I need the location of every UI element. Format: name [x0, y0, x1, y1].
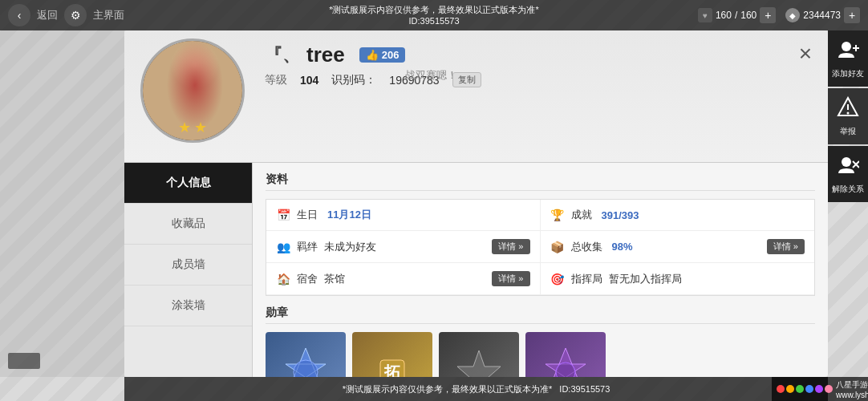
- collection-detail-btn[interactable]: 详情 »: [767, 239, 805, 254]
- achievement-cell: 🏆 成就 391/393: [541, 200, 815, 231]
- command-cell: 🎯 指挥局 暂无加入指挥局: [541, 263, 815, 295]
- top-notice: *测试服展示内容仅供参考，最终效果以正式版本为准* ID:39515573: [329, 4, 539, 27]
- add-friend-btn[interactable]: 添加好友: [828, 30, 868, 87]
- svg-point-13: [842, 157, 851, 167]
- birthday-cell: 📅 生日 11月12日: [266, 200, 541, 231]
- dorm-detail-btn[interactable]: 详情 »: [492, 271, 529, 286]
- birthday-label: 生日: [297, 208, 318, 222]
- watermark-url: www.lyshbx.com: [836, 391, 868, 399]
- top-id: ID:39515573: [329, 15, 539, 26]
- hp-current: 160: [716, 10, 732, 21]
- name-area: 『、 tree 👍 206 等级 104 识别码： 19690783 复制 战双…: [265, 43, 732, 94]
- player-name: tree: [306, 43, 345, 67]
- close-button[interactable]: ×: [799, 43, 812, 65]
- collection-icon: 📦: [550, 240, 565, 254]
- achievement-label: 成就: [571, 208, 592, 222]
- avatar-stars: ★ ★: [178, 119, 207, 136]
- svg-point-12: [847, 111, 850, 114]
- report-btn[interactable]: 举报: [828, 88, 868, 144]
- add-friend-icon: [837, 38, 859, 65]
- command-icon: 🎯: [550, 272, 565, 286]
- notice-text: *测试服展示内容仅供参考，最终效果以正式版本为准*: [329, 4, 539, 15]
- medal-1-svg: [278, 344, 334, 377]
- report-icon: [837, 96, 859, 123]
- birthday-value: 11月12日: [327, 208, 371, 222]
- hp-plus-btn[interactable]: +: [760, 7, 776, 23]
- nav-item-profile[interactable]: 个人信息: [124, 163, 252, 204]
- like-badge: 👍 206: [359, 47, 406, 63]
- avatar-container: ★ ★: [140, 38, 245, 143]
- like-icon: 👍: [366, 49, 379, 61]
- back-button[interactable]: 返回: [37, 8, 58, 22]
- dorm-value: 茶馆: [324, 272, 345, 286]
- small-button[interactable]: [8, 353, 40, 369]
- medal-2: 拓: [352, 332, 432, 377]
- watermark-site: 八星手游网: [836, 379, 868, 391]
- hp-sep: /: [735, 10, 737, 21]
- medals-section-title: 勋章: [266, 306, 815, 324]
- dorm-icon: 🏠: [276, 272, 290, 286]
- collection-value: 98%: [612, 241, 633, 253]
- svg-marker-4: [457, 350, 501, 377]
- achievement-icon: 🏆: [550, 208, 565, 222]
- bottom-notice: *测试服展示内容仅供参考，最终效果以正式版本为准* ID:39515573: [343, 383, 610, 395]
- hp-max: 160: [740, 10, 756, 21]
- currency-icon: ◆: [785, 8, 800, 22]
- level-value: 104: [300, 74, 318, 87]
- action-buttons: 添加好友 举报 解除关系: [828, 30, 868, 202]
- left-area: [0, 30, 124, 377]
- level-label: 等级: [265, 73, 287, 87]
- medal-1: [266, 332, 346, 377]
- nav-item-paint-wall[interactable]: 涂装墙: [124, 286, 252, 326]
- remove-relation-icon: [837, 154, 859, 180]
- back-label: 返回: [37, 8, 58, 22]
- medal-4-svg: [537, 344, 594, 377]
- currency-bar: ◆ 2344473 +: [785, 7, 860, 23]
- slogan: 战双赛嗯！: [405, 68, 457, 83]
- command-label: 指挥局: [571, 272, 602, 286]
- top-bar: ‹ 返回 ⚙ 主界面 *测试服展示内容仅供参考，最终效果以正式版本为准* ID:…: [0, 0, 868, 30]
- top-bar-left: ‹ 返回 ⚙ 主界面: [8, 4, 124, 26]
- back-arrow-btn[interactable]: ‹: [8, 4, 30, 26]
- name-prefix: 『、: [265, 43, 300, 67]
- bond-detail-btn[interactable]: 详情 »: [492, 239, 529, 254]
- bond-icon: 👥: [276, 240, 290, 254]
- bond-cell: 👥 羁绊 未成为好友 详情 »: [266, 231, 541, 263]
- watermark: 八星手游网 www.lyshbx.com: [772, 377, 868, 401]
- remove-relation-btn[interactable]: 解除关系: [828, 146, 868, 202]
- svg-point-7: [842, 42, 851, 51]
- collection-cell: 📦 总收集 98% 详情 »: [541, 231, 815, 263]
- id-label: 识别码：: [331, 73, 376, 87]
- hp-icon: ♥: [698, 8, 712, 22]
- star-2: ★: [194, 119, 207, 136]
- svg-point-1: [294, 360, 318, 377]
- remove-relation-label: 解除关系: [832, 184, 864, 195]
- bond-label: 羁绊: [297, 240, 318, 254]
- add-friend-label: 添加好友: [832, 68, 864, 79]
- wm-circle-2: [786, 385, 794, 393]
- report-label: 举报: [840, 126, 856, 137]
- dorm-label: 宿舍: [297, 272, 318, 286]
- info-section-title: 资料: [266, 172, 815, 191]
- medal-2-svg: 拓: [364, 344, 420, 377]
- nav-item-member-wall[interactable]: 成员墙: [124, 245, 252, 286]
- like-count: 206: [382, 49, 400, 61]
- bond-value: 未成为好友: [324, 240, 376, 254]
- wm-circle-3: [796, 385, 804, 393]
- top-bar-right: ♥ 160 / 160 + ◆ 2344473 +: [698, 7, 860, 23]
- star-1: ★: [178, 119, 191, 136]
- left-nav: 个人信息 收藏品 成员墙 涂装墙: [124, 163, 253, 377]
- player-name-row: 『、 tree 👍 206: [265, 43, 732, 67]
- home-label[interactable]: 主界面: [93, 8, 124, 22]
- currency-plus-btn[interactable]: +: [844, 7, 860, 23]
- medal-3: [439, 332, 519, 377]
- medal-4: [525, 332, 606, 377]
- wm-circle-6: [825, 385, 833, 393]
- medal-3-svg: [451, 344, 507, 377]
- svg-text:拓: 拓: [383, 363, 400, 377]
- dorm-cell: 🏠 宿舍 茶馆 详情 »: [266, 263, 541, 295]
- nav-item-collection[interactable]: 收藏品: [124, 204, 252, 245]
- settings-btn[interactable]: ⚙: [64, 4, 87, 26]
- info-grid: 📅 生日 11月12日 🏆 成就 391/393 👥 羁绊 未成为好友 详情 »…: [266, 199, 815, 296]
- content-area: 资料 📅 生日 11月12日 🏆 成就 391/393 👥 羁绊 未成为好友 详…: [253, 163, 828, 377]
